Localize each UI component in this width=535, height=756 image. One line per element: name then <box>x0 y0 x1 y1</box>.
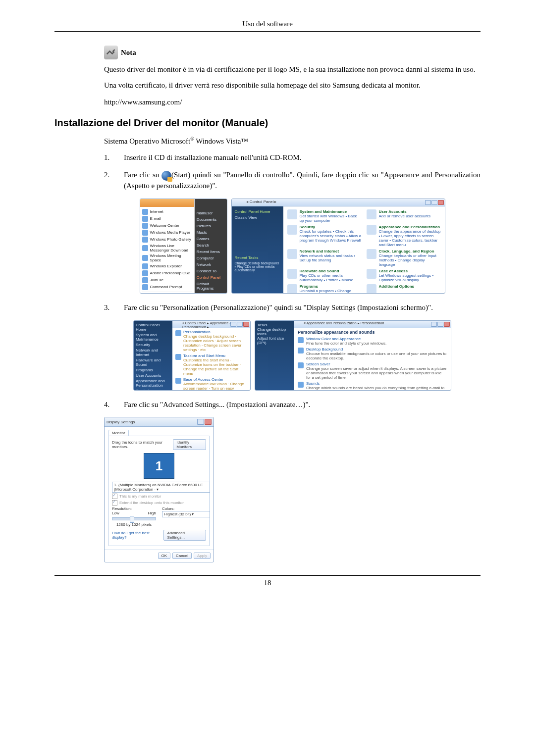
chk1-label: This is my main monitor <box>119 494 161 499</box>
ds-tab-monitor[interactable]: Monitor <box>108 430 129 436</box>
personalization-side-item[interactable]: Change desktop icons <box>257 327 292 336</box>
start-menu-item[interactable]: Command Prompt <box>142 284 192 291</box>
start-right-item[interactable]: mainuser <box>197 210 225 216</box>
appearance-item[interactable]: Ease of Access CenterAccommodate low vis… <box>175 377 247 391</box>
fig1-start-menu: InternetE-mailWelcome CenterWindows Medi… <box>140 199 227 294</box>
step-2-post: (Start) quindi su "Pannello di controllo… <box>124 171 481 190</box>
cp-category[interactable]: Clock, Language, and RegionChange keyboa… <box>367 249 441 267</box>
appearance-side-item[interactable]: Appearance and Personalization <box>136 379 170 388</box>
personalization-item[interactable]: Desktop BackgroundChoose from available … <box>298 347 447 360</box>
appearance-side-item[interactable]: Programs <box>136 368 170 372</box>
page-header: Uso del software <box>54 20 481 28</box>
personalization-side-item[interactable]: Tasks <box>257 323 292 327</box>
os-line: Sistema Operativo Microsoft® Windows Vis… <box>104 136 481 146</box>
step-2-num: 2. <box>104 170 114 192</box>
start-right-item[interactable]: Pictures <box>197 223 225 229</box>
appearance-side-item[interactable]: Hardware and Sound <box>136 358 170 367</box>
start-menu-item[interactable]: Adobe Photoshop CS2 <box>142 270 192 277</box>
start-right-item[interactable]: Network <box>197 261 225 268</box>
cp-category[interactable]: Appearance and PersonalizationChange the… <box>367 225 441 247</box>
pz2-title: Personalize appearance and sounds <box>298 330 447 335</box>
resolution-label: Resolution: <box>112 506 156 511</box>
personalization-side-item[interactable]: Adjust font size (DPI) <box>257 336 292 345</box>
ds-drag-text: Drag the icons to match your monitors. <box>112 440 173 449</box>
ok-button[interactable]: OK <box>158 553 171 559</box>
monitor-preview: 1 <box>144 453 174 479</box>
start-right-item[interactable]: Control Panel <box>197 274 225 281</box>
start-menu-item[interactable]: Internet <box>142 208 192 215</box>
start-right-item[interactable]: Help and Support <box>197 292 225 294</box>
start-right-item[interactable]: Documents <box>197 216 225 223</box>
fig2r-breadcrumb: « Appearance and Personalization ▸ Perso… <box>304 321 384 325</box>
step-4-num: 4. <box>104 400 114 410</box>
extend-desktop-checkbox[interactable] <box>112 500 117 505</box>
cp-category[interactable]: Network and InternetView network status … <box>287 249 362 267</box>
note-paragraph-1: Questo driver del monitor è in via di ce… <box>104 64 481 75</box>
cp-category[interactable]: SecurityCheck for updates • Check this c… <box>287 225 362 247</box>
personalization-item[interactable]: Window Color and AppearanceFine tune the… <box>298 337 447 346</box>
colors-label: Colors: <box>162 506 206 511</box>
best-display-link[interactable]: How do I get the best display? <box>112 531 163 540</box>
step-1-text: Inserire il CD di installazione manuale … <box>124 152 481 163</box>
cp-category[interactable]: System and MaintenanceGet started with W… <box>287 209 362 223</box>
fig1-control-panel: ▸ Control Panel ▸ Control Panel Home Cla… <box>231 199 445 294</box>
advanced-settings-button[interactable]: Advanced Settings... <box>163 530 206 541</box>
start-orb-icon <box>161 171 171 181</box>
appearance-side-item[interactable]: User Accounts <box>136 373 170 378</box>
cp-recent-head: Recent Tasks <box>235 255 280 260</box>
appearance-side-item[interactable]: Security <box>136 343 170 347</box>
chk2-label: Extend the desktop onto this monitor <box>119 501 184 505</box>
appearance-side-item[interactable]: System and Maintenance <box>136 333 170 342</box>
start-right-item[interactable]: Recent Items <box>197 249 225 255</box>
appearance-side-item[interactable]: Control Panel Home <box>136 323 170 332</box>
start-menu-item[interactable]: Windows Meeting Space <box>142 253 192 263</box>
start-menu-item[interactable]: E-mail <box>142 215 192 222</box>
appearance-item[interactable]: PersonalizationChange desktop background… <box>175 330 247 352</box>
res-value: 1280 by 1024 pixels <box>112 522 156 527</box>
apply-button[interactable]: Apply <box>194 553 211 559</box>
start-right-item[interactable]: Games <box>197 236 225 242</box>
fig3-display-settings: Display Settings Monitor Drag the icons … <box>104 417 214 562</box>
start-menu-item[interactable]: Windows Photo Gallery <box>142 236 192 243</box>
header-rule <box>54 31 481 32</box>
step-3-text: Fare clic su "Personalization (Personali… <box>124 302 481 313</box>
identify-monitors-button[interactable]: Identify Monitors <box>173 439 206 450</box>
start-right-item[interactable]: Music <box>197 229 225 236</box>
colors-dropdown[interactable]: Highest (32 bit) ▾ <box>162 511 210 517</box>
start-right-item[interactable]: Search <box>197 242 225 249</box>
appearance-side-item[interactable]: Clock, Language, and Region <box>136 389 170 391</box>
personalization-item[interactable]: SoundsChange which sounds are heard when… <box>298 381 447 391</box>
cp-category[interactable]: ProgramsUninstall a program • Change sta… <box>287 284 362 294</box>
cp-breadcrumb: ▸ Control Panel ▸ <box>247 200 277 204</box>
cp-category[interactable]: Hardware and SoundPlay CDs or other medi… <box>287 269 362 282</box>
note-label: Nota <box>121 49 136 57</box>
personalization-item[interactable]: Screen SaverChange your screen saver or … <box>298 362 447 380</box>
start-menu-item[interactable]: Windows Explorer <box>142 263 192 270</box>
cp-home: Control Panel Home <box>235 209 280 214</box>
start-right-item[interactable]: Default Programs <box>197 281 225 292</box>
section-heading: Installazione del Driver del monitor (Ma… <box>54 117 481 129</box>
start-menu-item[interactable]: Windows Media Player <box>142 229 192 236</box>
main-monitor-checkbox[interactable] <box>112 494 117 499</box>
cancel-button[interactable]: Cancel <box>172 553 192 559</box>
step-4-text: Fare clic su "Advanced Settings... (Impo… <box>124 400 481 410</box>
start-right-item[interactable]: Computer <box>197 255 225 261</box>
fig2-appearance: Control Panel HomeSystem and Maintenance… <box>133 320 251 391</box>
cp-category[interactable]: User AccountsAdd or remove user accounts <box>367 209 441 223</box>
cp-classic: Classic View <box>235 215 280 220</box>
cp-category[interactable]: Additional Options <box>367 284 441 294</box>
cp-recent-sub: Change desktop background • Play CDs or … <box>235 261 280 272</box>
start-menu-item[interactable]: Welcome Center <box>142 222 192 229</box>
samsung-url: http://www.samsung.com/ <box>104 98 481 106</box>
start-right-item[interactable]: Connect To <box>197 268 225 274</box>
page-number: 18 <box>54 579 481 587</box>
os-prefix: Sistema Operativo Microsoft <box>104 137 190 145</box>
start-menu-item[interactable]: JoinFile <box>142 277 192 284</box>
resolution-slider[interactable] <box>112 517 156 520</box>
appearance-item[interactable]: Taskbar and Start MenuCustomize the Star… <box>175 353 247 376</box>
start-menu-item[interactable]: Windows Live Messenger Download <box>142 243 192 253</box>
monitor-dropdown[interactable]: 1. (Multiple Monitors) on NVIDIA GeForce… <box>112 482 210 493</box>
cp-category[interactable]: Ease of AccessLet Windows suggest settin… <box>367 269 441 282</box>
registered-mark: ® <box>190 136 194 142</box>
appearance-side-item[interactable]: Network and Internet <box>136 348 170 357</box>
